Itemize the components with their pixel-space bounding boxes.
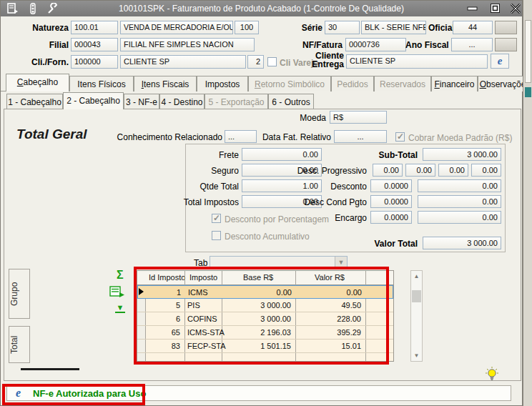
minimize-button[interactable] [467, 4, 478, 14]
status-message: NF-e Autorizada para Uso [33, 388, 146, 399]
scrollbar-up-button[interactable]: ▲ [411, 271, 422, 282]
valor-total-field: 3 000.00 [423, 237, 501, 249]
table-row[interactable]: 83 FECP-STA 1 501.15 15.01 [137, 340, 393, 353]
natureza-code-field[interactable]: 100.01 [71, 21, 118, 34]
side-tab-total[interactable]: Total [9, 326, 30, 363]
subtab-5-exportacao: 5 - Exportação [205, 94, 268, 109]
desconto-acumulativo-checkbox [212, 231, 221, 240]
background-window-fragment [525, 20, 531, 83]
scrollbar-thumb[interactable] [412, 290, 421, 302]
subtotal-label: Sub-Total [355, 150, 418, 160]
natureza-extra-field[interactable]: 100 [235, 21, 259, 34]
subtab-6-outros[interactable]: 6 - Outros [268, 94, 314, 109]
cobrar-moeda-checkbox [395, 132, 405, 142]
desc-progressivo-label: Desc. Progressivo [288, 166, 367, 176]
tab-reservados: Reservados [374, 76, 431, 91]
subtab-4-destino[interactable]: 4 - Destino [159, 94, 205, 109]
background-window-fragment [525, 87, 531, 97]
ano-fiscal-label: Ano Fiscal [405, 40, 448, 50]
side-tab-grupo[interactable]: Grupo [9, 269, 30, 319]
nf-fatura-field[interactable]: 0000736 [345, 38, 406, 51]
desc-progressivo-field-1: 0.00 [373, 164, 403, 177]
encargo-pct-field: 0.0000 [370, 211, 412, 224]
cobrar-moeda-label: Cobrar Moeda Padrão (R$) [408, 133, 512, 143]
subtab-3-nfe[interactable]: 3 - NF-e [124, 94, 159, 109]
tab-retorno-simbolico: Retorno Simbólico [248, 76, 331, 91]
ano-fiscal-field[interactable]: ... [451, 38, 493, 51]
conhecimento-label: Conhecimento Relacionado [92, 132, 222, 142]
column-header-valor: Valor R$ [315, 273, 345, 282]
current-row-marker [139, 288, 144, 295]
table-row[interactable]: 65 ICMS-STA 2 196.03 395.29 [137, 326, 393, 340]
total-impostos-label: Total Impostos [172, 197, 239, 207]
subtotal-field: 3 000.00 [423, 148, 501, 161]
section-title: Total Geral [16, 127, 87, 142]
natureza-desc-field[interactable]: VENDA DE MERCADORIA E/OU SERVI [120, 21, 233, 34]
tab-pedidos: Pedidos [331, 76, 374, 91]
oficial-label: Oficial [428, 23, 455, 33]
screenshot: 100101SPK - Faturamento de Produto Acaba… [0, 0, 532, 406]
grid-scrollbar[interactable]: ▲ ▼ [410, 270, 423, 362]
subtab-1-cabecalho[interactable]: 1 - Cabeçalho [6, 94, 63, 109]
column-header-id-imposto: Id Imposto [149, 273, 185, 282]
moeda-field[interactable]: R$ [330, 111, 387, 124]
table-row[interactable]: 5 PIS 3 000.00 49.50 [137, 299, 393, 312]
tab-itens-fisicos[interactable]: Itens Físicos [69, 76, 134, 91]
frete-field: 0.00 [242, 148, 322, 161]
export-grid-icon[interactable] [109, 286, 125, 300]
oficial-field[interactable]: 44 [453, 21, 493, 34]
cli-varejo-checkbox[interactable] [267, 57, 277, 66]
tab-combo-label: Tab [194, 258, 207, 268]
filial-code-field[interactable]: 000043 [71, 38, 118, 51]
sum-icon[interactable]: Σ [117, 269, 124, 282]
chevron-down-icon: ▼ [335, 257, 347, 269]
lookup-button[interactable] [495, 38, 517, 51]
encargo-label: Encargo [315, 213, 367, 223]
table-row[interactable]: 1 ICMS 0.00 0.00 [137, 285, 393, 299]
moeda-label: Moeda [283, 113, 326, 123]
impostos-grid: Id Imposto Imposto Base R$ Valor R$ 1 IC… [137, 270, 394, 362]
desc-cond-pgto-label: Desc Cond Pgto [297, 197, 367, 207]
encargo-valor-field: 0.00 [418, 211, 501, 224]
tab-impostos[interactable]: Impostos [197, 76, 248, 91]
application-window: 100101SPK - Faturamento de Produto Acaba… [0, 0, 523, 406]
grid-header: Id Imposto Imposto Base R$ Valor R$ [137, 271, 393, 285]
desc-progressivo-field-4: 0.00 [471, 164, 501, 177]
tab-cabecalho[interactable]: Cabeçalho [6, 74, 69, 91]
maximize-button[interactable] [490, 4, 501, 14]
desconto-acumulativo-label: Desconto Acumulativo [225, 232, 310, 242]
cli-forn-label: Cli./Forn. [2, 57, 69, 67]
serie-desc-field[interactable]: BLK - SERIE NFE [361, 21, 426, 34]
tab-financeiro[interactable]: Financeiro [431, 76, 478, 91]
data-fat-label: Data Fat. Relativo [257, 132, 331, 142]
tab-combo-select[interactable]: ▼ [210, 256, 348, 269]
close-icon[interactable] [510, 4, 521, 14]
data-fat-field[interactable]: ... [334, 130, 387, 143]
nfe-browser-button[interactable]: e [491, 54, 509, 69]
titlebar: 100101SPK - Faturamento de Produto Acaba… [1, 1, 522, 16]
lightbulb-icon[interactable] [484, 366, 500, 382]
divider-line [21, 368, 79, 370]
filial-desc-field[interactable]: FILIAL NFE SIMPLES NACION [120, 38, 255, 51]
cliente-entrega-label: ClienteEntrega [308, 51, 344, 69]
column-header-base: Base R$ [243, 273, 273, 282]
qtde-total-label: Qtde Total [172, 182, 239, 192]
scrollbar-down-button[interactable]: ▼ [411, 350, 422, 361]
status-bar: e NF-e Autorizada para Uso [6, 385, 511, 401]
natureza-label: Natureza [2, 23, 69, 33]
cli-loja-field[interactable]: 2 [247, 55, 264, 69]
scroll-bottom-icon[interactable]: ▼ [115, 304, 125, 313]
tab-itens-fiscais[interactable]: Itens Fiscais [134, 76, 197, 91]
ie-e-icon: e [11, 387, 25, 400]
serie-code-field[interactable]: 30 [325, 21, 360, 34]
cliente-entrega-field[interactable]: CLIENTE SP [346, 54, 488, 69]
seguro-label: Seguro [172, 166, 239, 176]
cli-forn-desc-field[interactable]: CLIENTE SP [120, 55, 246, 69]
table-row[interactable]: 6 COFINS 3 000.00 228.00 [137, 312, 393, 326]
subtab-2-cabecalho[interactable]: 2 - Cabeçalho [63, 92, 124, 109]
cli-forn-code-field[interactable]: 100000 [71, 55, 118, 69]
background-window-strip [523, 0, 532, 406]
desconto-porcentagem-checkbox [212, 214, 221, 223]
lookup-button[interactable] [495, 21, 517, 34]
conhecimento-field[interactable]: ... [225, 130, 257, 143]
